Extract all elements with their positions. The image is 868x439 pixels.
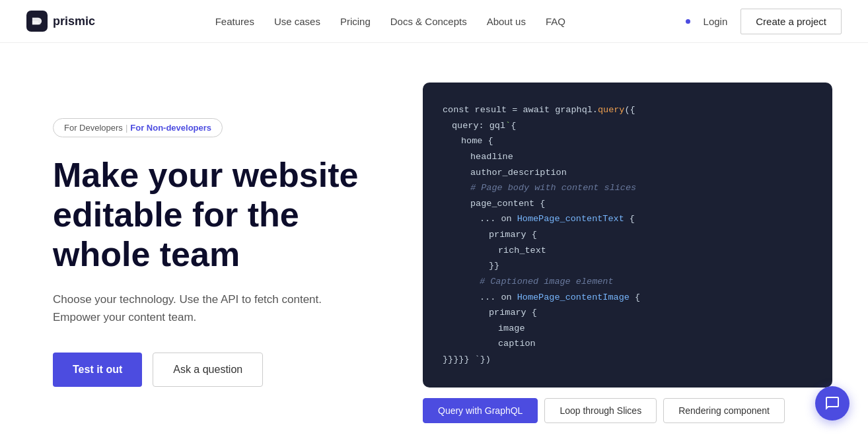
tab-rendering-component[interactable]: Rendering component (663, 398, 785, 423)
tab-loop-slices[interactable]: Loop through Slices (544, 398, 657, 423)
code-line: query: gql`{ (443, 118, 813, 134)
code-line: image (443, 321, 813, 337)
tab-query-graphql[interactable]: Query with GraphQL (423, 398, 538, 423)
audience-developers-label: For Developers (64, 123, 123, 133)
code-line: primary { (443, 305, 813, 321)
nav-dot-indicator (686, 19, 690, 24)
code-panel: const result = await graphql.query({ que… (423, 83, 832, 388)
code-line: # Captioned image element (443, 274, 813, 290)
code-line: # Page body with content slices (443, 180, 813, 196)
hero-section: For Developers | For Non-developers Make… (0, 43, 868, 439)
hero-title: Make your website editable for the whole… (53, 156, 383, 274)
logo-text: prismic (53, 15, 95, 28)
chat-bubble-button[interactable] (815, 386, 850, 421)
nav-item-use-cases[interactable]: Use cases (274, 16, 320, 27)
code-line: ... on HomePage_contentText { (443, 211, 813, 227)
nav-item-features[interactable]: Features (215, 16, 254, 27)
code-line: headline (443, 149, 813, 165)
code-line: author_description (443, 165, 813, 181)
test-it-out-button[interactable]: Test it out (53, 353, 142, 387)
code-line: }} (443, 258, 813, 274)
nav-item-docs[interactable]: Docs & Concepts (390, 16, 467, 27)
code-line: page_content { (443, 196, 813, 212)
hero-buttons: Test it out Ask a question (53, 353, 383, 387)
audience-toggle[interactable]: For Developers | For Non-developers (53, 118, 223, 137)
main-nav: Features Use cases Pricing Docs & Concep… (215, 16, 565, 27)
hero-subtitle: Choose your technology. Use the API to f… (53, 290, 330, 326)
logo[interactable]: prismic (26, 11, 95, 32)
code-line: ... on HomePage_contentImage { (443, 290, 813, 306)
code-line: }}}}} `}) (443, 352, 813, 368)
code-line: primary { (443, 227, 813, 243)
ask-a-question-button[interactable]: Ask a question (153, 353, 263, 387)
nav-item-about[interactable]: About us (487, 16, 526, 27)
chat-icon (824, 395, 840, 411)
code-line: home { (443, 133, 813, 149)
code-tabs: Query with GraphQL Loop through Slices R… (423, 398, 832, 423)
header: prismic Features Use cases Pricing Docs … (0, 0, 868, 43)
nav-item-faq[interactable]: FAQ (546, 16, 565, 27)
code-block: const result = await graphql.query({ que… (443, 102, 813, 368)
audience-separator: | (126, 123, 127, 133)
header-right: Login Create a project (686, 9, 842, 34)
code-line: rich_text (443, 243, 813, 259)
nav-item-pricing[interactable]: Pricing (340, 16, 371, 27)
prismic-logo-icon (26, 11, 48, 32)
code-line: const result = await graphql.query({ (443, 102, 813, 118)
hero-left: For Developers | For Non-developers Make… (53, 118, 383, 387)
audience-nondevelopers-label: For Non-developers (130, 123, 211, 133)
hero-right: const result = await graphql.query({ que… (423, 83, 842, 423)
code-line: caption (443, 336, 813, 352)
login-link[interactable]: Login (704, 16, 728, 27)
create-project-button[interactable]: Create a project (741, 9, 842, 34)
